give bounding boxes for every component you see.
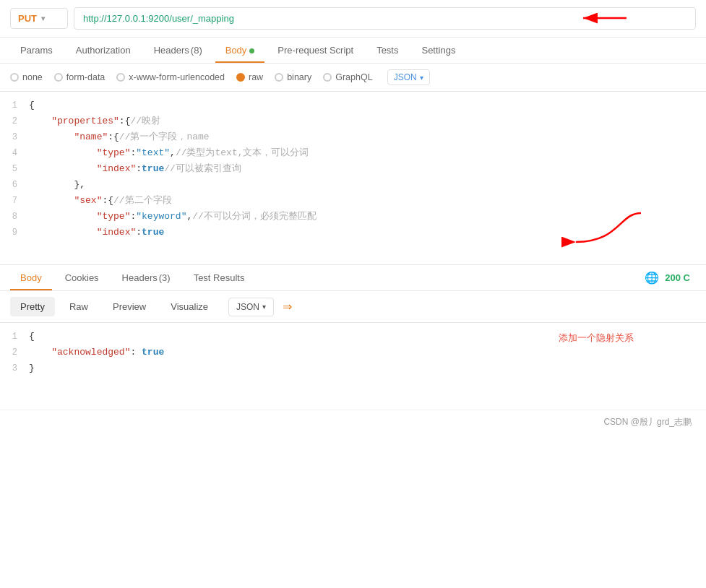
response-tabs: Body Cookies Headers(3) Test Results 🌐 2… xyxy=(0,265,706,291)
code-line-2: 2 "properties":{//映射 xyxy=(0,113,706,129)
radio-graphql xyxy=(323,73,332,82)
body-active-dot xyxy=(249,48,254,53)
url-input[interactable] xyxy=(74,7,696,30)
format-binary[interactable]: binary xyxy=(275,72,311,82)
code-line-1: 1 { xyxy=(0,98,706,113)
wrap-icon[interactable]: ⇒ xyxy=(283,300,292,314)
radio-formdata xyxy=(54,73,63,82)
resp-line-2: 2 "acknowledged": true xyxy=(0,345,706,360)
tab-authorization[interactable]: Authorization xyxy=(66,38,141,63)
tab-settings[interactable]: Settings xyxy=(411,38,465,63)
tab-body[interactable]: Body xyxy=(215,38,265,63)
resp-json-chevron-icon: ▾ xyxy=(262,303,266,311)
body-format-row: none form-data x-www-form-urlencoded raw… xyxy=(0,64,706,92)
tab-headers[interactable]: Headers(8) xyxy=(144,38,212,63)
resp-format-row: Pretty Raw Preview Visualize JSON ▾ ⇒ xyxy=(0,291,706,323)
code-line-6: 6 }, xyxy=(0,177,706,193)
tab-tests[interactable]: Tests xyxy=(366,38,408,63)
url-bar: PUT ▾ xyxy=(0,0,706,38)
headers-badge: (8) xyxy=(191,45,202,56)
json-chevron-icon: ▾ xyxy=(420,74,423,82)
response-code: 1 { 2 "acknowledged": true 3 } 添加一个隐射关系 xyxy=(0,323,706,410)
code-line-8: 8 "type":"keyword",//不可以分词，必须完整匹配 xyxy=(0,209,706,225)
method-label: PUT xyxy=(18,13,37,24)
resp-tab-headers[interactable]: Headers(3) xyxy=(112,265,181,290)
format-graphql[interactable]: GraphQL xyxy=(323,72,372,82)
resp-json-dropdown[interactable]: JSON ▾ xyxy=(228,298,274,316)
resp-format-pretty[interactable]: Pretty xyxy=(10,297,55,316)
radio-binary xyxy=(275,73,283,82)
resp-tab-testresults[interactable]: Test Results xyxy=(184,265,255,290)
radio-raw xyxy=(236,73,245,82)
code-line-5: 5 "index":true//可以被索引查询 xyxy=(0,161,706,177)
resp-tab-body[interactable]: Body xyxy=(10,265,52,290)
request-tabs: Params Authorization Headers(8) Body Pre… xyxy=(0,38,706,64)
tab-prerequest[interactable]: Pre-request Script xyxy=(267,38,363,63)
code-line-4: 4 "type":"text",//类型为text,文本，可以分词 xyxy=(0,145,706,161)
code-line-7: 7 "sex":{//第二个字段 xyxy=(0,193,706,209)
globe-icon: 🌐 xyxy=(645,271,659,285)
resp-format-visualize[interactable]: Visualize xyxy=(160,297,218,316)
footer: CSDN @殷丿grd_志鹏 xyxy=(0,410,706,434)
format-formdata[interactable]: form-data xyxy=(54,72,106,82)
radio-urlencoded xyxy=(116,73,125,82)
tab-params[interactable]: Params xyxy=(10,38,63,63)
resp-line-3: 3 } xyxy=(0,360,706,376)
json-format-dropdown[interactable]: JSON ▾ xyxy=(387,69,430,85)
code-editor: 1 { 2 "properties":{//映射 3 "name":{//第一个… xyxy=(0,92,706,265)
resp-tab-cookies[interactable]: Cookies xyxy=(55,265,109,290)
response-status-area: 🌐 200 C xyxy=(645,271,696,285)
code-line-9: 9 "index":true xyxy=(0,225,706,241)
resp-format-raw[interactable]: Raw xyxy=(59,297,98,316)
method-dropdown[interactable]: PUT ▾ xyxy=(10,8,68,29)
radio-none xyxy=(10,73,19,82)
status-code: 200 C xyxy=(665,272,690,283)
code-line-3: 3 "name":{//第一个字段，name xyxy=(0,129,706,145)
format-none[interactable]: none xyxy=(10,72,43,82)
resp-headers-badge: (3) xyxy=(159,272,171,283)
format-raw[interactable]: raw xyxy=(236,72,263,82)
format-urlencoded[interactable]: x-www-form-urlencoded xyxy=(116,72,225,82)
resp-annotation: 添加一个隐射关系 xyxy=(559,332,634,345)
chevron-down-icon: ▾ xyxy=(41,14,45,22)
resp-format-preview[interactable]: Preview xyxy=(103,297,156,316)
